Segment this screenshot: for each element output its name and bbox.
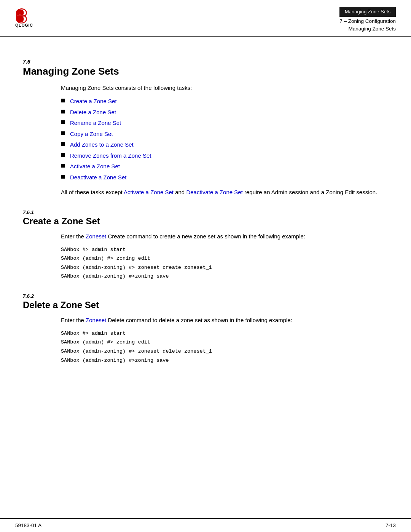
logo-area: QLOGIC bbox=[15, 7, 49, 28]
link-rename-zone-set[interactable]: Rename a Zone Set bbox=[70, 119, 121, 128]
link-delete-zone-set[interactable]: Delete a Zone Set bbox=[70, 108, 116, 117]
code-line: SANbox (admin) #> zoning edit bbox=[61, 254, 388, 263]
bullet-icon bbox=[61, 110, 65, 113]
body-text-part2: Create command to create a new zone set … bbox=[106, 233, 305, 240]
list-item: Add Zones to a Zone Set bbox=[61, 141, 388, 149]
section-title: Managing Zone Sets bbox=[23, 66, 388, 77]
list-item: Rename a Zone Set bbox=[61, 119, 388, 128]
list-item: Deactivate a Zone Set bbox=[61, 173, 388, 182]
code-block-761: SANbox #> admin start SANbox (admin) #> … bbox=[61, 245, 388, 281]
note-link-deactivate[interactable]: Deactivate a Zone Set bbox=[186, 189, 242, 195]
body-text-part2: Delete command to delete a zone set as s… bbox=[106, 317, 292, 323]
list-item: Copy a Zone Set bbox=[61, 130, 388, 139]
subsection-762-num: 7.6.2 bbox=[23, 293, 388, 299]
note-text-part3: require an Admin session and a Zoning Ed… bbox=[243, 189, 378, 195]
header-tab: Managing Zone Sets bbox=[339, 7, 396, 17]
note-text-part2: and bbox=[174, 189, 186, 195]
main-content: 7.6 Managing Zone Sets Managing Zone Set… bbox=[0, 37, 411, 397]
list-item: Delete a Zone Set bbox=[61, 108, 388, 117]
code-block-762: SANbox #> admin start SANbox (admin) #> … bbox=[61, 329, 388, 365]
code-line: SANbox #> admin start bbox=[61, 329, 388, 338]
subsection-761-title: Create a Zone Set bbox=[23, 216, 388, 227]
svg-text:QLOGIC: QLOGIC bbox=[15, 23, 33, 27]
code-line: SANbox (admin-zoning) #>zoning save bbox=[61, 356, 388, 365]
header-section: Managing Zone Sets bbox=[339, 25, 396, 33]
code-line: SANbox #> admin start bbox=[61, 245, 388, 254]
intro-text: Managing Zone Sets consists of the follo… bbox=[61, 83, 388, 93]
link-remove-zones[interactable]: Remove Zones from a Zone Set bbox=[70, 152, 151, 160]
svg-rect-0 bbox=[16, 15, 25, 16]
link-deactivate-zone-set[interactable]: Deactivate a Zone Set bbox=[70, 173, 126, 182]
subsection-761-num: 7.6.1 bbox=[23, 209, 388, 215]
footer-right: 7-13 bbox=[386, 522, 396, 528]
note-link-activate[interactable]: Activate a Zone Set bbox=[124, 189, 174, 195]
link-copy-zone-set[interactable]: Copy a Zone Set bbox=[70, 130, 113, 139]
subsection-761-body: Enter the Zoneset Create command to crea… bbox=[61, 232, 388, 241]
subsection-762-body: Enter the Zoneset Delete command to dele… bbox=[61, 316, 388, 325]
bullet-icon bbox=[61, 120, 65, 124]
link-add-zones[interactable]: Add Zones to a Zone Set bbox=[70, 141, 134, 149]
link-zoneset-create[interactable]: Zoneset bbox=[86, 233, 106, 240]
list-item: Activate a Zone Set bbox=[61, 162, 388, 171]
link-zoneset-delete[interactable]: Zoneset bbox=[86, 317, 106, 323]
header-chapter: 7 – Zoning Configuration bbox=[339, 18, 396, 25]
subsection-762-title: Delete a Zone Set bbox=[23, 300, 388, 310]
page-header: QLOGIC Managing Zone Sets 7 – Zoning Con… bbox=[0, 0, 411, 37]
code-line: SANbox (admin-zoning) #>zoning save bbox=[61, 272, 388, 281]
bullet-icon bbox=[61, 153, 65, 157]
code-line: SANbox (admin) #> zoning edit bbox=[61, 338, 388, 347]
list-item: Create a Zone Set bbox=[61, 97, 388, 106]
body-text-part1: Enter the bbox=[61, 233, 86, 240]
header-right: Managing Zone Sets 7 – Zoning Configurat… bbox=[339, 7, 396, 36]
bullet-icon bbox=[61, 131, 65, 135]
link-activate-zone-set[interactable]: Activate a Zone Set bbox=[70, 162, 120, 171]
page-footer: 59183-01 A 7-13 bbox=[0, 518, 411, 532]
section-number: 7.6 bbox=[23, 59, 388, 65]
footer-left: 59183-01 A bbox=[15, 522, 41, 528]
body-text-part1: Enter the bbox=[61, 317, 86, 323]
bullet-icon bbox=[61, 99, 65, 102]
qlogic-logo: QLOGIC bbox=[15, 7, 49, 28]
bullet-list: Create a Zone Set Delete a Zone Set Rena… bbox=[61, 97, 388, 182]
link-create-zone-set[interactable]: Create a Zone Set bbox=[70, 97, 117, 106]
note-text-part1: All of these tasks except bbox=[61, 189, 124, 195]
bullet-icon bbox=[61, 164, 65, 168]
note-text: All of these tasks except Activate a Zon… bbox=[61, 188, 388, 197]
code-line: SANbox (admin-zoning) #> zoneset create … bbox=[61, 263, 388, 272]
bullet-icon bbox=[61, 142, 65, 146]
list-item: Remove Zones from a Zone Set bbox=[61, 152, 388, 160]
code-line: SANbox (admin-zoning) #> zoneset delete … bbox=[61, 347, 388, 356]
bullet-icon bbox=[61, 175, 65, 179]
